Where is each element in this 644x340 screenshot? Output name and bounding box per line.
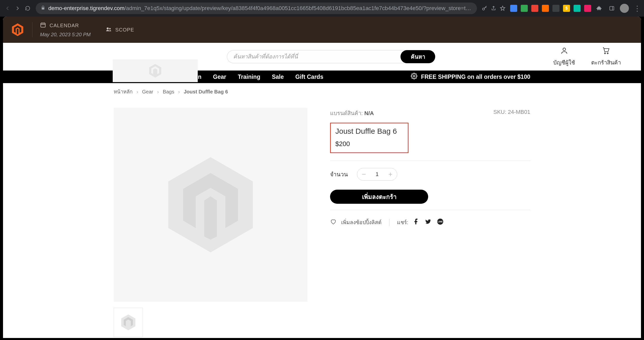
product-section: แบรนด์สินค้า: N/A SKU: 24-MB01 Joust Duf… <box>3 100 641 337</box>
placeholder-image-icon <box>119 314 137 331</box>
main-nav: What's New Women Men Gear Training Sale … <box>3 71 641 83</box>
promo-banner: FREE SHIPPING on all orders over $100 <box>411 73 530 81</box>
svg-rect-3 <box>41 23 45 27</box>
add-to-cart-button[interactable]: เพิ่มลงตะกร้า <box>330 190 428 204</box>
breadcrumb-home[interactable]: หน้าหลัก <box>114 89 133 94</box>
facebook-icon <box>413 220 419 226</box>
breadcrumb-current: Joust Duffle Bag 6 <box>184 89 228 94</box>
separator <box>389 219 389 226</box>
lock-icon <box>41 5 45 12</box>
nav-item-gear[interactable]: Gear <box>213 74 226 80</box>
breadcrumb-bags[interactable]: Bags <box>163 89 174 94</box>
product-details: แบรนด์สินค้า: N/A SKU: 24-MB01 Joust Duf… <box>330 108 530 337</box>
address-url: demo-enterprise.tigrendev.com/admin_7e1q… <box>48 5 472 12</box>
profile-avatar[interactable] <box>620 4 629 13</box>
scope-selector[interactable]: SCOPE <box>106 26 134 33</box>
extension-icon[interactable] <box>531 5 538 12</box>
cart-label: ตะกร้าสินค้า <box>591 58 621 67</box>
svg-point-8 <box>109 28 111 29</box>
calendar-selector[interactable]: CALENDAR <box>40 22 91 29</box>
line-icon: LINE <box>437 220 444 226</box>
store-logo[interactable] <box>113 59 198 82</box>
gear-icon <box>411 73 417 81</box>
breadcrumb-gear[interactable]: Gear <box>142 89 153 94</box>
promo-text: FREE SHIPPING on all orders over $100 <box>421 74 530 80</box>
admin-preview-bar: CALENDAR May 20, 2023 5:20 PM SCOPE <box>3 17 641 43</box>
svg-rect-1 <box>610 7 614 10</box>
share-icon[interactable] <box>489 4 498 13</box>
twitter-icon <box>425 220 431 226</box>
svg-text:LINE: LINE <box>438 220 443 223</box>
preview-datetime: May 20, 2023 5:20 PM <box>40 32 91 38</box>
share-twitter[interactable] <box>425 218 431 226</box>
store-header: ค้นหา บัญชีผู้ใช้ ตะกร้าสินค้า <box>3 43 641 71</box>
placeholder-image-icon <box>158 152 263 258</box>
browser-reload-button[interactable] <box>23 3 33 13</box>
account-label: บัญชีผู้ใช้ <box>553 58 575 67</box>
share-facebook[interactable] <box>413 218 419 226</box>
heart-icon <box>330 218 337 226</box>
nav-item-sale[interactable]: Sale <box>272 74 284 80</box>
extension-icon[interactable] <box>574 5 581 12</box>
svg-point-9 <box>563 48 566 51</box>
calendar-icon <box>40 22 46 29</box>
qty-value: 1 <box>376 171 379 178</box>
password-key-icon[interactable] <box>480 4 489 13</box>
cart-icon <box>602 47 610 56</box>
brand-value: N/A <box>364 110 374 116</box>
search-input[interactable] <box>227 50 411 63</box>
nav-item-training[interactable]: Training <box>238 74 260 80</box>
scope-label: SCOPE <box>115 27 134 33</box>
extension-icon[interactable] <box>542 5 549 12</box>
brand-label: แบรนด์สินค้า: N/A <box>330 109 374 118</box>
breadcrumb: หน้าหลัก › Gear › Bags › Joust Duffle Ba… <box>3 83 641 100</box>
wishlist-link[interactable]: เพิ่มลงช้อปปิ้งลิสต์ <box>341 218 382 226</box>
product-thumb[interactable] <box>114 308 143 337</box>
magento-logo-icon[interactable] <box>11 23 25 37</box>
extension-icon[interactable] <box>521 5 528 12</box>
scope-icon <box>106 26 112 33</box>
account-link[interactable]: บัญชีผู้ใช้ <box>553 47 575 67</box>
svg-point-11 <box>607 53 608 54</box>
product-main-image[interactable] <box>114 108 307 302</box>
browser-back-button[interactable] <box>3 3 13 13</box>
qty-decrease-button[interactable]: − <box>362 170 366 178</box>
browser-forward-button[interactable] <box>13 3 23 13</box>
svg-point-12 <box>413 75 415 77</box>
extension-icon[interactable] <box>510 5 517 12</box>
qty-label: จำนวน <box>330 170 348 179</box>
qty-increase-button[interactable]: + <box>388 170 392 178</box>
product-price: $200 <box>335 140 403 148</box>
svg-point-7 <box>107 27 109 29</box>
divider <box>330 161 530 161</box>
panel-icon[interactable] <box>607 4 616 13</box>
sku-value: 24-MB01 <box>508 109 530 115</box>
product-gallery <box>114 108 307 337</box>
product-title: Joust Duffle Bag 6 <box>335 127 403 135</box>
quantity-stepper: − 1 + <box>357 168 397 181</box>
sku-label: SKU: 24-MB01 <box>493 109 530 118</box>
calendar-label: CALENDAR <box>50 23 79 28</box>
page-viewport: CALENDAR May 20, 2023 5:20 PM SCOPE ค้นห… <box>3 17 641 338</box>
share-line[interactable]: LINE <box>437 218 444 226</box>
search-button[interactable]: ค้นหา <box>400 50 435 63</box>
extension-icons: $ ⋮ <box>507 4 641 13</box>
extension-icon[interactable]: $ <box>563 5 570 12</box>
divider <box>330 210 530 210</box>
extension-icon[interactable] <box>584 5 591 12</box>
svg-point-10 <box>605 53 606 54</box>
browser-chrome: demo-enterprise.tigrendev.com/admin_7e1q… <box>0 0 644 17</box>
nav-item-giftcards[interactable]: Gift Cards <box>295 74 323 80</box>
cart-link[interactable]: ตะกร้าสินค้า <box>591 47 621 67</box>
highlight-box: Joust Duffle Bag 6 $200 <box>330 123 409 153</box>
user-icon <box>560 47 568 56</box>
bookmark-star-icon[interactable] <box>498 4 507 13</box>
extension-icon[interactable] <box>552 5 559 12</box>
extensions-puzzle-icon[interactable] <box>595 4 604 13</box>
browser-menu-icon[interactable]: ⋮ <box>632 4 641 13</box>
share-label: แชร์: <box>397 218 408 226</box>
address-bar[interactable]: demo-enterprise.tigrendev.com/admin_7e1q… <box>36 3 477 14</box>
